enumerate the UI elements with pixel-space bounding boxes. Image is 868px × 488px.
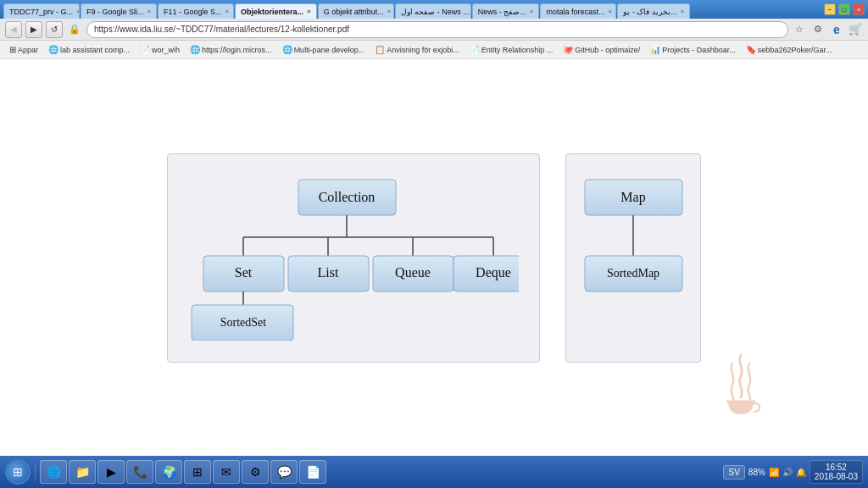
collection-panel: Collection Set List [167, 153, 540, 363]
tab-9[interactable]: بخرید فاک - یو... × [617, 3, 690, 19]
navigation-bar: ◀ ▶ ↺ 🔒 https://www.ida.liu.se/~TDDC77/m… [0, 19, 868, 41]
tab-2[interactable]: F9 - Google Sli... × [81, 3, 157, 19]
tab-1[interactable]: TDDC77_prv - G... × [3, 3, 80, 19]
close-icon[interactable]: × [387, 8, 392, 15]
close-icon[interactable]: × [530, 8, 534, 15]
volume-icon: 🔊 [782, 468, 793, 477]
globe-icon-2: 🌐 [190, 45, 200, 54]
close-icon[interactable]: × [76, 8, 80, 15]
queue-label: Queue [395, 265, 431, 280]
tab-3[interactable]: F11 - Google S... × [158, 3, 234, 19]
taskbar-chrome[interactable]: 🌍 [155, 460, 182, 484]
doc-icon-2: 📄 [470, 45, 480, 54]
maximize-button[interactable]: □ [838, 3, 850, 15]
security-icon: 🔒 [69, 24, 81, 35]
bookmark-lab[interactable]: 🌐 lab assistant comp... [44, 44, 134, 55]
language-button[interactable]: SV [723, 465, 744, 480]
bookmark-er[interactable]: 📄 Entity Relationship ... [465, 44, 558, 55]
network-icon: 📶 [769, 468, 779, 477]
close-icon[interactable]: × [608, 8, 612, 15]
close-icon[interactable]: × [147, 8, 152, 15]
minimize-button[interactable]: − [824, 3, 836, 15]
sortedmap-label: SortedMap [606, 267, 659, 280]
taskbar-extra[interactable]: 📄 [299, 460, 326, 484]
main-content: Collection Set List [0, 59, 868, 456]
github-icon: 🐙 [563, 45, 573, 54]
taskbar-apps: 🌐 📁 ▶ 📞 🌍 ⊞ ✉ ⚙ 💬 📄 [40, 460, 721, 484]
bookmark-anvisning[interactable]: 📋 Anvisning för exjobi... [370, 44, 464, 55]
bookmark-github[interactable]: 🐙 GitHub - optimaize/ [559, 44, 644, 55]
shopping-basket-icon[interactable]: 🛒 [848, 22, 863, 37]
tab-8[interactable]: motala forecast... × [540, 3, 616, 19]
taskbar-ie[interactable]: 🌐 [40, 460, 67, 484]
collection-diagram-svg: Collection Set List [188, 171, 519, 341]
title-bar: TDDC77_prv - G... × F9 - Google Sli... ×… [0, 0, 868, 19]
globe-icon: 🌐 [48, 45, 58, 54]
map-panel: Map SortedMap [565, 153, 701, 363]
close-icon[interactable]: × [680, 8, 684, 15]
url-bar[interactable]: https://www.ida.liu.se/~TDDC77/material/… [86, 21, 788, 38]
tab-4[interactable]: Objektorientera... × [235, 3, 317, 19]
collection-label: Collection [319, 190, 376, 204]
close-icon[interactable]: × [307, 8, 311, 15]
settings-icon[interactable]: ⚙ [810, 22, 826, 37]
taskbar-apps2[interactable]: ⊞ [184, 460, 211, 484]
system-clock: 16:52 2018-08-03 [810, 460, 863, 484]
start-button[interactable]: ⊞ [5, 459, 31, 485]
bookmark-apps[interactable]: ⊞ Appar [5, 44, 42, 55]
bookmark-login[interactable]: 🌐 https://login.micros... [186, 44, 276, 55]
bookmark-sebba[interactable]: 🔖 sebba262Poker/Gar... [742, 44, 837, 55]
system-tray: SV 88% 📶 🔊 🔔 16:52 2018-08-03 [723, 460, 863, 484]
bookmarks-bar: ⊞ Appar 🌐 lab assistant comp... 📄 wor_wi… [0, 41, 868, 59]
taskbar: ⊞ 🌐 📁 ▶ 📞 🌍 ⊞ ✉ ⚙ 💬 📄 SV 88% 📶 🔊 🔔 16:52… [0, 456, 868, 488]
deque-label: Deque [476, 265, 511, 280]
tab-5[interactable]: G objekt attribut... × [318, 3, 394, 19]
clipboard-icon: 📋 [375, 45, 385, 54]
nav-action-icons: ☆ ⚙ e 🛒 [792, 22, 863, 37]
battery-percent: 88% [748, 468, 765, 477]
close-icon[interactable]: × [225, 8, 230, 15]
sortedset-label: SortedSet [220, 316, 267, 329]
tab-bar: TDDC77_prv - G... × F9 - Google Sli... ×… [3, 0, 824, 19]
window-controls: − □ × [824, 3, 865, 15]
taskbar-mail[interactable]: ✉ [213, 460, 240, 484]
forward-button[interactable]: ▶ [25, 21, 42, 38]
tab-6[interactable]: صفحه اول - News ... × [395, 3, 471, 19]
doc-icon: 📄 [140, 45, 150, 54]
taskbar-viber[interactable]: 📞 [126, 460, 153, 484]
taskbar-skype[interactable]: 💬 [270, 460, 298, 484]
bookmark-projects[interactable]: 📊 Projects - Dashboar... [646, 44, 740, 55]
bookmark-icon: 🔖 [746, 45, 756, 54]
tab-7[interactable]: News - صفح... × [472, 3, 540, 19]
taskbar-settings[interactable]: ⚙ [242, 460, 269, 484]
taskbar-media[interactable]: ▶ [97, 460, 125, 484]
back-button[interactable]: ◀ [5, 21, 22, 38]
bookmark-multi[interactable]: 🌐 Multi-pane develop... [278, 44, 370, 55]
java-logo-watermark [715, 351, 766, 422]
chart-icon: 📊 [650, 45, 660, 54]
bookmark-wor[interactable]: 📄 wor_wih [136, 44, 184, 55]
map-diagram-svg: Map SortedMap [576, 171, 691, 341]
globe-icon-3: 🌐 [282, 45, 292, 54]
bookmark-star-icon[interactable]: ☆ [792, 22, 807, 37]
list-label: List [318, 265, 339, 280]
close-button[interactable]: × [853, 3, 865, 15]
set-label: Set [235, 265, 253, 280]
refresh-button[interactable]: ↺ [46, 21, 63, 38]
taskbar-files[interactable]: 📁 [69, 460, 96, 484]
browser-logo-icon: e [829, 22, 844, 37]
apps-icon: ⊞ [9, 45, 16, 54]
taskbar-separator-1 [35, 462, 36, 482]
map-label: Map [620, 190, 645, 205]
notification-icon: 🔔 [796, 468, 806, 477]
diagram-container: Collection Set List [167, 153, 701, 363]
